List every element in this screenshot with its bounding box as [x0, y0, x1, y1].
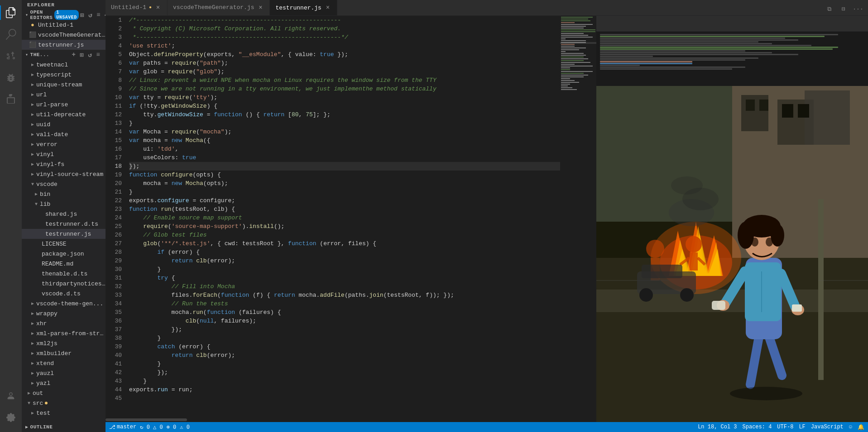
- tree-xhr[interactable]: ▶ xhr: [22, 318, 106, 328]
- activity-debug[interactable]: [0, 67, 22, 89]
- errors-item[interactable]: ⊗ 0: [167, 424, 177, 431]
- save-all-button[interactable]: ⊞: [79, 11, 86, 19]
- open-editor-testrunner[interactable]: ⬛ testrunner.js: [22, 40, 106, 50]
- activity-explorer[interactable]: [0, 2, 22, 24]
- open-editor-untitled[interactable]: ● Untitled-1: [22, 20, 106, 30]
- tree-vinyl[interactable]: ▶ vinyl: [22, 149, 106, 159]
- code-scrollbar[interactable]: [106, 418, 596, 422]
- toggle-layout-button[interactable]: ⊟: [837, 3, 850, 15]
- tree-vinyl-source-stream[interactable]: ▶ vinyl-source-stream: [22, 169, 106, 179]
- open-editors-label: OPEN EDITORS: [30, 9, 53, 20]
- svg-rect-50: [782, 104, 793, 118]
- tree-label: README.md: [42, 261, 73, 267]
- tree-label: shared.js: [45, 211, 77, 218]
- tree-label: xmlbuilder: [36, 350, 72, 357]
- tab-close-button[interactable]: ×: [154, 4, 162, 11]
- tree-test[interactable]: ▶ test: [22, 408, 106, 418]
- tree-vinyl-fs[interactable]: ▶ vinyl-fs: [22, 159, 106, 169]
- tree-license[interactable]: LICENSE: [22, 239, 106, 249]
- tree-util-deprecate[interactable]: ▶ util-deprecate: [22, 109, 106, 119]
- tree-testrunner-dts[interactable]: testrunner.d.ts: [22, 219, 106, 229]
- spaces-item[interactable]: Spaces: 4: [743, 424, 772, 430]
- tree-vscode[interactable]: ▼ vscode: [22, 179, 106, 189]
- sync-item[interactable]: ↻ 0 △ 0: [140, 424, 163, 431]
- tree-xmlbuilder[interactable]: ▶ xmlbuilder: [22, 348, 106, 358]
- tree-readme[interactable]: README.md: [22, 259, 106, 269]
- arrow-icon: ▶: [33, 190, 40, 198]
- refresh-button[interactable]: ↺: [86, 51, 94, 58]
- tree-xml2js[interactable]: ▶ xml2js: [22, 338, 106, 348]
- code-body[interactable]: 1 2 3 4 5 6 7 8 9 10 11 12 13 14: [106, 16, 596, 418]
- tree-label: thenable.d.ts: [42, 271, 87, 277]
- language-item[interactable]: JavaScript: [811, 424, 844, 430]
- tree-thenable-dts[interactable]: thenable.d.ts: [22, 269, 106, 279]
- open-editors-section[interactable]: ▾ OPEN EDITORS 1 UNSAVED ⊞ ↺ ≡ ⋯: [22, 10, 106, 20]
- tree-vscode-dts[interactable]: vscode.d.ts: [22, 289, 106, 299]
- close-all-button[interactable]: ↺: [87, 11, 94, 19]
- encoding-item[interactable]: UTF-8: [777, 424, 793, 430]
- new-folder-button[interactable]: ⊞: [78, 51, 86, 58]
- tree-yauzl[interactable]: ▶ yauzl: [22, 368, 106, 378]
- tree-src[interactable]: ▼ src: [22, 398, 106, 408]
- code-line-42: });: [129, 368, 560, 377]
- new-file-button[interactable]: +: [70, 51, 77, 58]
- line-ending-item[interactable]: LF: [799, 424, 805, 430]
- tree-vali-date[interactable]: ▶ vali-date: [22, 129, 106, 139]
- tab-theme-generator[interactable]: vscodeThemeGenerator.js ×: [168, 0, 270, 15]
- bell-item[interactable]: 🔔: [858, 424, 864, 431]
- collapse-all2-button[interactable]: ≡: [95, 51, 102, 58]
- smiley-item[interactable]: ☺: [849, 424, 852, 430]
- more-editor-actions-button[interactable]: ···: [852, 3, 864, 15]
- tree-xml-parse[interactable]: ▶ xml-parse-from-str...: [22, 328, 106, 338]
- svg-point-80: [730, 387, 802, 400]
- tab-close-button[interactable]: ×: [324, 4, 331, 11]
- tree-shared-js[interactable]: shared.js: [22, 209, 106, 219]
- tree-typescript[interactable]: ▶ typescript: [22, 70, 106, 80]
- arrow-icon: ▶: [29, 350, 36, 357]
- outline-section[interactable]: ▶ OUTLINE: [22, 422, 106, 432]
- tree-bin[interactable]: ▶ bin: [22, 189, 106, 199]
- tree-lib[interactable]: ▼ lib: [22, 199, 106, 209]
- open-editor-theme[interactable]: ⬛ vscodeThemeGenerator.js: [22, 30, 106, 40]
- activity-extensions[interactable]: [0, 89, 22, 110]
- tree-wrappy[interactable]: ▶ wrappy: [22, 309, 106, 318]
- git-branch-item[interactable]: ⎇ master: [109, 424, 136, 431]
- tree-unique-stream[interactable]: ▶ unique-stream: [22, 80, 106, 90]
- svg-rect-79: [792, 304, 802, 312]
- tree-thirdparty[interactable]: thirdpartynotices....: [22, 279, 106, 289]
- line-num-28: 28: [106, 248, 125, 256]
- code-line-11: if (!tty.getWindowSize) {: [129, 102, 560, 110]
- warnings-item[interactable]: ⚠ 0: [180, 424, 190, 431]
- tree-label: vinyl-fs: [36, 161, 64, 168]
- tab-testrunner[interactable]: testrunner.js ×: [270, 0, 337, 15]
- tree-uuid[interactable]: ▶ uuid: [22, 119, 106, 129]
- tree-tweetnacl[interactable]: ▶ tweetnacl: [22, 60, 106, 70]
- line-num-42: 42: [106, 368, 125, 377]
- svg-rect-39: [561, 85, 568, 86]
- tree-verror[interactable]: ▶ verror: [22, 139, 106, 149]
- tab-untitled[interactable]: Untitled-1 ● ×: [106, 0, 168, 15]
- activity-accounts[interactable]: [0, 385, 22, 407]
- activity-scm[interactable]: [0, 45, 22, 67]
- position-item[interactable]: Ln 18, Col 3: [698, 424, 737, 430]
- scrollbar-thumb[interactable]: [106, 418, 187, 421]
- collapse-all-button[interactable]: ≡: [95, 11, 102, 19]
- activity-settings[interactable]: [0, 407, 22, 428]
- tree-package-json[interactable]: package.json: [22, 249, 106, 259]
- workspace-header[interactable]: ▾ THE... + ⊞ ↺ ≡: [22, 50, 106, 60]
- activity-search[interactable]: [0, 24, 22, 45]
- split-editor-button[interactable]: ⧉: [823, 3, 835, 15]
- tree-testrunner-js[interactable]: testrunner.js: [22, 229, 106, 239]
- tree-url-parse[interactable]: ▶ url-parse: [22, 100, 106, 109]
- tree-vscode-theme-gen[interactable]: ▶ vscode-theme-gen...: [22, 299, 106, 309]
- tree-label: testrunner.js: [45, 231, 91, 237]
- code-editor[interactable]: 1 2 3 4 5 6 7 8 9 10 11 12 13 14: [106, 16, 596, 422]
- svg-rect-47: [805, 90, 850, 145]
- tree-out[interactable]: ▶ out: [22, 388, 106, 398]
- tree-yazl[interactable]: ▶ yazl: [22, 378, 106, 388]
- svg-rect-83: [818, 199, 824, 380]
- tree-xtend[interactable]: ▶ xtend: [22, 358, 106, 368]
- tab-close-button[interactable]: ×: [257, 4, 264, 11]
- arrow-icon: ▶: [29, 161, 36, 168]
- tree-url[interactable]: ▶ url: [22, 90, 106, 100]
